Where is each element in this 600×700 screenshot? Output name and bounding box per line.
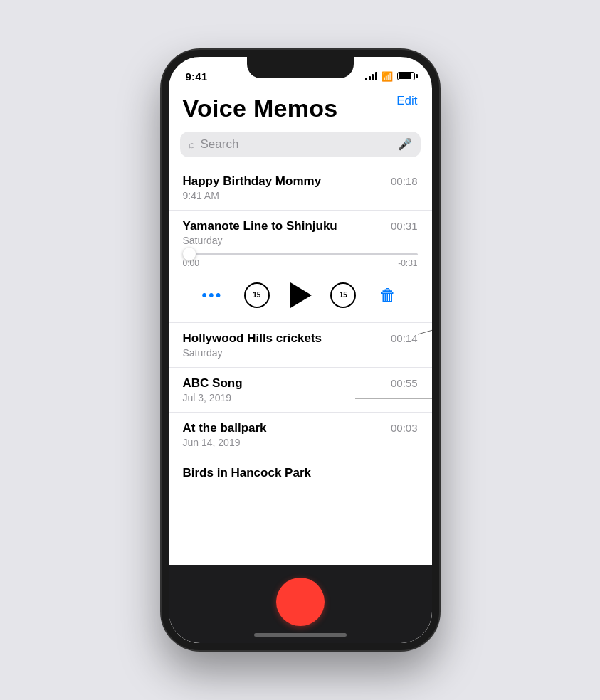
memo-title: Yamanote Line to Shinjuku — [183, 219, 385, 233]
play-triangle-icon — [290, 282, 312, 308]
memo-title: Hollywood Hills crickets — [183, 332, 385, 346]
progress-track[interactable] — [183, 253, 418, 255]
memo-title: At the ballpark — [183, 421, 385, 435]
progress-labels: 0:00 -0:31 — [183, 258, 418, 268]
trash-icon: 🗑 — [379, 285, 396, 305]
edit-button[interactable]: Edit — [396, 94, 417, 108]
dots-icon: ••• — [201, 286, 222, 304]
memo-title: Happy Birthday Mommy — [183, 174, 385, 189]
status-icons: 📶 — [365, 71, 415, 82]
memo-subtitle: Jun 14, 2019 — [183, 437, 418, 448]
memo-duration: 00:55 — [391, 377, 418, 389]
screen-content: Edit Voice Memos ⌕ Search 🎤 Happy Birthd… — [169, 88, 432, 643]
skip-back-icon: 15 — [244, 282, 270, 308]
memo-title: ABC Song — [183, 376, 385, 391]
memo-item[interactable]: Happy Birthday Mommy 00:18 9:41 AM — [169, 166, 432, 211]
notch — [247, 57, 354, 78]
record-button[interactable] — [276, 578, 325, 626]
microphone-icon[interactable]: 🎤 — [398, 137, 412, 151]
memo-duration: 00:03 — [391, 422, 418, 434]
wifi-icon: 📶 — [381, 71, 393, 82]
memo-title: Birds in Hancock Park — [183, 466, 418, 480]
scroll-area: Voice Memos ⌕ Search 🎤 Happy Birthday Mo… — [169, 88, 432, 643]
search-bar[interactable]: ⌕ Search 🎤 — [180, 132, 421, 157]
progress-end: -0:31 — [398, 258, 417, 268]
signal-bars-icon — [365, 72, 377, 80]
memo-item[interactable]: ABC Song 00:55 Jul 3, 2019 — [169, 368, 432, 413]
search-icon: ⌕ — [189, 138, 195, 150]
status-time: 9:41 — [186, 70, 208, 83]
search-placeholder: Search — [201, 137, 392, 152]
memo-subtitle: Saturday — [183, 347, 418, 359]
memo-duration: 00:31 — [391, 220, 418, 232]
memo-subtitle: 9:41 AM — [183, 190, 418, 201]
battery-icon — [397, 72, 415, 80]
page-title: Voice Memos — [169, 88, 432, 132]
skip-back-button[interactable]: 15 — [241, 280, 273, 311]
memo-item[interactable]: Hollywood Hills crickets 00:14 Saturday — [169, 323, 432, 368]
skip-back-label: 15 — [253, 291, 260, 299]
memo-duration: 00:18 — [391, 175, 418, 187]
play-button[interactable] — [285, 281, 314, 309]
memo-duration: 00:14 — [391, 332, 418, 344]
memo-expanded-item[interactable]: Yamanote Line to Shinjuku 00:31 Saturday… — [169, 211, 432, 323]
home-indicator — [254, 633, 347, 637]
more-options-button[interactable]: ••• — [196, 280, 228, 311]
progress-thumb[interactable] — [183, 248, 196, 260]
record-bar — [169, 565, 432, 643]
delete-button[interactable]: 🗑 — [372, 280, 404, 311]
memo-subtitle: Saturday — [183, 235, 418, 246]
memo-subtitle: Jul 3, 2019 — [183, 392, 418, 403]
controls-row: ••• 15 15 — [183, 268, 418, 322]
memo-item[interactable]: Birds in Hancock Park — [169, 457, 432, 489]
phone-frame: 9:41 📶 Edit Voice Memos ⌕ Search — [162, 50, 439, 650]
skip-forward-label: 15 — [340, 291, 347, 299]
memo-item[interactable]: At the ballpark 00:03 Jun 14, 2019 — [169, 413, 432, 457]
skip-forward-icon: 15 — [330, 282, 356, 308]
progress-area: 0:00 -0:31 — [183, 253, 418, 268]
skip-forward-button[interactable]: 15 — [327, 280, 359, 311]
